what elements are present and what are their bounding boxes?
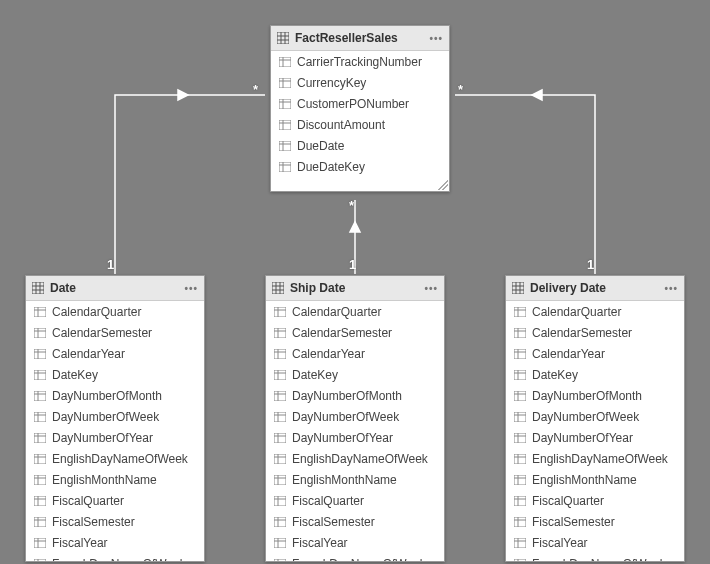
field-item[interactable]: FrenchDayNameOfWeek [26, 553, 204, 561]
svg-rect-46 [34, 412, 46, 422]
table-fields: CalendarQuarterCalendarSemesterCalendarY… [266, 301, 444, 561]
field-item[interactable]: FiscalSemester [266, 511, 444, 532]
svg-rect-58 [34, 496, 46, 506]
table-shipdate[interactable]: Ship Date ••• CalendarQuarterCalendarSem… [265, 275, 445, 562]
field-item[interactable]: CalendarQuarter [506, 301, 684, 322]
svg-rect-111 [274, 559, 286, 562]
svg-rect-140 [514, 454, 526, 464]
field-item[interactable]: FiscalQuarter [506, 490, 684, 511]
field-item[interactable]: CalendarYear [266, 343, 444, 364]
svg-rect-84 [274, 370, 286, 380]
field-item[interactable]: EnglishDayNameOfWeek [26, 448, 204, 469]
field-item[interactable]: FiscalQuarter [266, 490, 444, 511]
svg-rect-146 [514, 496, 526, 506]
svg-rect-87 [274, 391, 286, 401]
field-label: EnglishDayNameOfWeek [532, 452, 668, 466]
field-item[interactable]: EnglishDayNameOfWeek [266, 448, 444, 469]
column-icon [34, 307, 46, 317]
field-label: DayNumberOfWeek [292, 410, 399, 424]
table-header[interactable]: Delivery Date ••• [506, 276, 684, 301]
field-item[interactable]: EnglishMonthName [26, 469, 204, 490]
field-item[interactable]: CalendarSemester [266, 322, 444, 343]
table-fields: CalendarQuarterCalendarSemesterCalendarY… [506, 301, 684, 561]
field-item[interactable]: DayNumberOfMonth [266, 385, 444, 406]
column-icon [34, 328, 46, 338]
field-item[interactable]: EnglishDayNameOfWeek [506, 448, 684, 469]
field-label: CustomerPONumber [297, 97, 409, 111]
field-item[interactable]: CalendarYear [26, 343, 204, 364]
field-label: FrenchDayNameOfWeek [292, 557, 426, 562]
field-item[interactable]: FiscalYear [506, 532, 684, 553]
table-menu-icon[interactable]: ••• [429, 33, 443, 44]
field-label: CalendarQuarter [532, 305, 621, 319]
column-icon [514, 307, 526, 317]
field-item[interactable]: DayNumberOfYear [266, 427, 444, 448]
field-label: DueDate [297, 139, 344, 153]
svg-marker-1 [350, 222, 360, 232]
field-item[interactable]: FiscalQuarter [26, 490, 204, 511]
field-item[interactable]: DateKey [266, 364, 444, 385]
field-item[interactable]: FiscalYear [266, 532, 444, 553]
table-icon [277, 32, 289, 44]
svg-rect-128 [514, 370, 526, 380]
table-title: Ship Date [290, 281, 424, 295]
field-label: FiscalQuarter [52, 494, 124, 508]
field-item[interactable]: DayNumberOfYear [506, 427, 684, 448]
field-item[interactable]: DueDateKey [271, 156, 449, 177]
field-item[interactable]: CalendarSemester [506, 322, 684, 343]
field-item[interactable]: FrenchDayNameOfWeek [506, 553, 684, 561]
svg-rect-49 [34, 433, 46, 443]
cardinality-one: 1 [107, 257, 114, 272]
table-deliverydate[interactable]: Delivery Date ••• CalendarQuarterCalenda… [505, 275, 685, 562]
field-item[interactable]: DiscountAmount [271, 114, 449, 135]
column-icon [274, 433, 286, 443]
svg-rect-11 [279, 78, 291, 88]
field-item[interactable]: CurrencyKey [271, 72, 449, 93]
table-factresellersales[interactable]: FactResellerSales ••• CarrierTrackingNum… [270, 25, 450, 192]
field-label: DayNumberOfMonth [532, 389, 642, 403]
column-icon [34, 496, 46, 506]
cardinality-many: * [458, 82, 463, 97]
field-item[interactable]: FrenchDayNameOfWeek [266, 553, 444, 561]
svg-rect-31 [34, 307, 46, 317]
column-icon [274, 475, 286, 485]
column-icon [34, 538, 46, 548]
field-item[interactable]: FiscalSemester [26, 511, 204, 532]
table-header[interactable]: Date ••• [26, 276, 204, 301]
field-item[interactable]: DayNumberOfWeek [26, 406, 204, 427]
field-item[interactable]: CalendarQuarter [266, 301, 444, 322]
field-item[interactable]: DayNumberOfWeek [506, 406, 684, 427]
field-item[interactable]: DateKey [506, 364, 684, 385]
table-menu-icon[interactable]: ••• [184, 283, 198, 294]
field-item[interactable]: FiscalSemester [506, 511, 684, 532]
field-item[interactable]: DayNumberOfYear [26, 427, 204, 448]
field-label: FrenchDayNameOfWeek [532, 557, 666, 562]
table-date[interactable]: Date ••• CalendarQuarterCalendarSemester… [25, 275, 205, 562]
field-item[interactable]: DateKey [26, 364, 204, 385]
table-header[interactable]: FactResellerSales ••• [271, 26, 449, 51]
column-icon [514, 496, 526, 506]
table-menu-icon[interactable]: ••• [664, 283, 678, 294]
svg-rect-52 [34, 454, 46, 464]
field-label: EnglishDayNameOfWeek [52, 452, 188, 466]
field-item[interactable]: FiscalYear [26, 532, 204, 553]
field-item[interactable]: EnglishMonthName [266, 469, 444, 490]
field-item[interactable]: CalendarSemester [26, 322, 204, 343]
table-menu-icon[interactable]: ••• [424, 283, 438, 294]
field-item[interactable]: DayNumberOfMonth [26, 385, 204, 406]
field-item[interactable]: DayNumberOfMonth [506, 385, 684, 406]
column-icon [514, 370, 526, 380]
field-item[interactable]: CalendarQuarter [26, 301, 204, 322]
resize-handle-icon[interactable] [438, 180, 448, 190]
field-item[interactable]: CarrierTrackingNumber [271, 51, 449, 72]
field-item[interactable]: DayNumberOfWeek [266, 406, 444, 427]
field-item[interactable]: CustomerPONumber [271, 93, 449, 114]
table-header[interactable]: Ship Date ••• [266, 276, 444, 301]
table-title: Delivery Date [530, 281, 664, 295]
field-item[interactable]: DueDate [271, 135, 449, 156]
field-label: DayNumberOfYear [52, 431, 153, 445]
field-item[interactable]: CalendarYear [506, 343, 684, 364]
field-label: CarrierTrackingNumber [297, 55, 422, 69]
field-label: FiscalYear [52, 536, 108, 550]
field-item[interactable]: EnglishMonthName [506, 469, 684, 490]
